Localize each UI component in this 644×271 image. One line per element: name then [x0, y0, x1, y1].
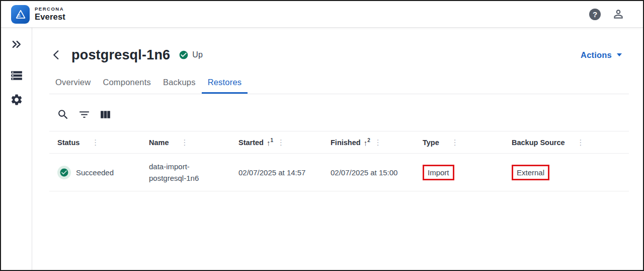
profile-button[interactable] — [612, 8, 625, 21]
help-button[interactable]: ? — [589, 9, 601, 20]
column-menu-icon[interactable]: ⋮ — [92, 138, 99, 147]
column-header-name[interactable]: Name ⋮ — [141, 138, 230, 147]
restores-table: Status ⋮ Name ⋮ Started ↑1 ⋮ Finished ↑2… — [49, 131, 629, 191]
success-check-icon — [57, 166, 71, 179]
status-label: Up — [192, 50, 202, 59]
search-button[interactable] — [57, 108, 69, 121]
column-label: Name — [149, 139, 169, 147]
row-backup-source-value-annotated: External — [512, 165, 549, 180]
actions-button[interactable]: Actions — [581, 50, 629, 60]
search-icon — [57, 108, 69, 121]
table-row[interactable]: Succeeded data-import-postgresql-1n6 02/… — [49, 154, 629, 191]
row-type-cell: Import — [415, 165, 504, 180]
column-header-backup-source[interactable]: Backup Source ⋮ — [504, 138, 629, 147]
column-header-finished[interactable]: Finished ↑2 ⋮ — [323, 138, 415, 147]
brand-text: PERCONA Everest — [35, 7, 65, 21]
percona-everest-logo-icon — [11, 5, 30, 24]
row-name-cell: data-import-postgresql-1n6 — [141, 161, 224, 184]
app-window: PERCONA Everest ? — [0, 0, 644, 271]
column-label: Backup Source — [512, 139, 565, 147]
column-menu-icon[interactable]: ⋮ — [451, 138, 459, 147]
sort-asc-icon[interactable]: ↑1 — [267, 138, 273, 147]
row-finished-cell: 02/07/2025 at 15:00 — [323, 168, 415, 177]
sort-order-badge: 2 — [367, 138, 370, 143]
tab-backups[interactable]: Backups — [157, 71, 202, 94]
table-toolbar — [49, 108, 629, 121]
sort-asc-icon[interactable]: ↑2 — [364, 138, 370, 147]
gear-icon — [10, 93, 23, 106]
column-menu-icon[interactable]: ⋮ — [577, 138, 585, 147]
brand-line2: Everest — [35, 12, 65, 21]
column-menu-icon[interactable]: ⋮ — [277, 138, 285, 147]
tab-overview[interactable]: Overview — [49, 71, 97, 94]
column-label: Type — [423, 139, 439, 147]
brand-home-link[interactable]: PERCONA Everest — [11, 5, 65, 24]
row-type-value-annotated: Import — [423, 165, 454, 180]
row-status-cell: Succeeded — [49, 166, 141, 179]
sort-order-badge: 1 — [270, 138, 273, 143]
database-list-icon — [10, 69, 23, 82]
main-content: postgresql-1n6 Up Actions Overview Compo… — [32, 28, 643, 270]
columns-icon — [99, 108, 112, 121]
tab-components[interactable]: Components — [97, 71, 157, 94]
tabs: Overview Components Backups Restores — [49, 71, 629, 94]
arrow-drop-down-icon — [617, 53, 622, 56]
column-label: Started — [238, 139, 264, 147]
row-backup-source-cell: External — [504, 165, 629, 180]
column-header-status[interactable]: Status ⋮ — [49, 138, 141, 147]
column-menu-icon[interactable]: ⋮ — [181, 138, 189, 147]
status-badge: Up — [179, 50, 202, 60]
sidebar-item-settings[interactable] — [10, 93, 24, 107]
filter-icon — [78, 108, 91, 121]
sidebar-item-databases[interactable] — [10, 69, 24, 83]
column-label: Status — [57, 139, 79, 147]
tab-restores[interactable]: Restores — [202, 71, 248, 94]
row-started-cell: 02/07/2025 at 14:57 — [230, 168, 323, 177]
back-button[interactable] — [49, 48, 63, 62]
brand-line1: PERCONA — [35, 7, 65, 12]
row-status-label: Succeeded — [76, 168, 114, 177]
check-circle-icon — [179, 50, 189, 60]
actions-label: Actions — [581, 50, 612, 60]
top-header: PERCONA Everest ? — [1, 1, 643, 28]
person-icon — [612, 8, 625, 21]
header-actions: ? — [589, 8, 633, 21]
chevron-left-icon — [50, 48, 63, 61]
columns-button[interactable] — [99, 108, 112, 121]
double-chevron-right-icon — [10, 38, 23, 51]
column-menu-icon[interactable]: ⋮ — [374, 138, 382, 147]
table-header-row: Status ⋮ Name ⋮ Started ↑1 ⋮ Finished ↑2… — [49, 131, 629, 154]
title-row: postgresql-1n6 Up Actions — [49, 45, 629, 65]
sidebar — [1, 28, 32, 270]
help-icon: ? — [593, 10, 597, 19]
expand-sidebar-button[interactable] — [10, 37, 24, 51]
filter-button[interactable] — [78, 108, 91, 121]
column-header-type[interactable]: Type ⋮ — [415, 138, 504, 147]
column-header-started[interactable]: Started ↑1 ⋮ — [230, 138, 323, 147]
column-label: Finished — [331, 139, 361, 147]
page-title: postgresql-1n6 — [71, 47, 170, 63]
